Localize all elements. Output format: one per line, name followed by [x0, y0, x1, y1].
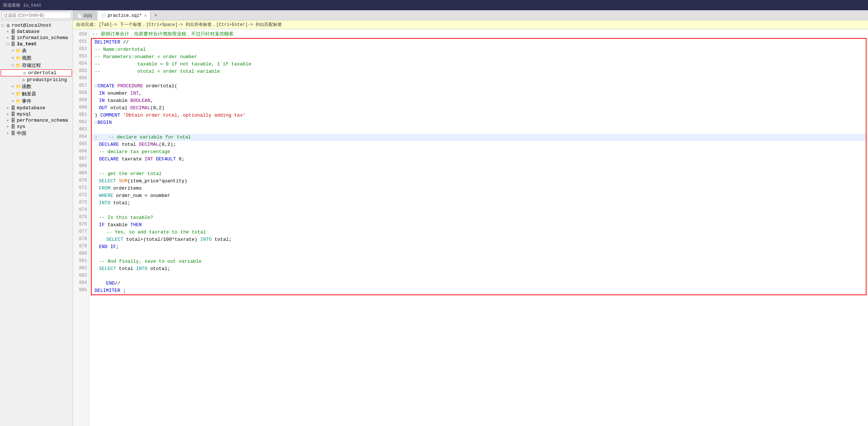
folder-icon: 📁 — [15, 63, 21, 68]
sidebar-item-triggers[interactable]: + 📁 触发器 — [0, 90, 73, 98]
code-line-660: OUT ototal DECIMAL (8,2) — [92, 104, 866, 112]
collapse-662[interactable]: □ — [95, 119, 97, 126]
tree-label: lu_test — [17, 41, 37, 47]
expand-icon[interactable]: + — [5, 36, 10, 40]
line-num-682: 682 — [73, 265, 89, 272]
line-num-670: 670 — [73, 177, 89, 184]
code-line-650: -- 获得订单合计，但若要对合计增加营业税，不过只针对某些顾客 — [89, 31, 868, 38]
expand-icon[interactable]: + — [5, 112, 10, 117]
expand-icon[interactable]: □ — [10, 63, 15, 68]
tab-icon: 📄 — [77, 14, 82, 18]
line-num-663: 663 — [73, 126, 89, 133]
line-num-674: 674 — [73, 206, 89, 213]
line-num-658: 658 — [73, 89, 89, 96]
sidebar-item-tables[interactable]: + 📁 表 — [0, 47, 73, 54]
tree-label: 事件 — [22, 98, 31, 104]
sidebar-item-procedures[interactable]: □ 📁 存储过程 — [0, 62, 73, 69]
code-line-663 — [92, 126, 866, 134]
expand-icon[interactable]: + — [10, 49, 15, 53]
expand-icon[interactable]: + — [10, 92, 15, 96]
expand-icon[interactable]: + — [5, 106, 10, 110]
sidebar: □ 🖥 root@localhost + 🗄 database + 🗄 info… — [0, 10, 73, 426]
tree-label: database — [17, 29, 39, 34]
db-icon: 🗄 — [10, 118, 16, 123]
expand-icon[interactable]: □ — [5, 42, 10, 46]
code-line-654: -- taxable = 0 if not taxable, 1 if taxa… — [92, 61, 866, 68]
expand-icon[interactable]: + — [10, 84, 15, 89]
sidebar-item-functions[interactable]: + 📁 函数 — [0, 83, 73, 90]
sidebar-item-events[interactable]: + 📁 事件 — [0, 98, 73, 105]
code-line-656 — [92, 75, 866, 83]
expand-icon[interactable]: + — [5, 131, 10, 136]
line-num-679: 679 — [73, 243, 89, 250]
code-line-662: □ BEGIN — [92, 119, 866, 126]
expand-icon[interactable]: + — [5, 30, 10, 34]
code-line-667: DECLARE taxrate INT DEFAULT 6; — [92, 156, 866, 163]
line-num-661: 661 — [73, 111, 89, 118]
tree-label: 存储过程 — [22, 62, 41, 69]
line-num-681: 681 — [73, 257, 89, 265]
sidebar-item-information-schema[interactable]: + 🗄 information_schema — [0, 35, 73, 41]
tree-label: 视图 — [22, 55, 31, 61]
sidebar-item-lu-test[interactable]: □ 🗄 lu_test — [0, 41, 73, 47]
tab-label: 问问 — [84, 13, 92, 19]
tree-label: mydatabase — [17, 105, 45, 111]
sidebar-item-productpricing[interactable]: ⚙ productpricing — [0, 77, 73, 83]
tab-wenjian[interactable]: 📄 问问 — [73, 11, 96, 20]
line-num-665: 665 — [73, 140, 89, 148]
code-line-653: -- Parameters:onumber = order number — [92, 53, 866, 61]
expand-icon[interactable]: + — [10, 99, 15, 103]
folder-icon: 📁 — [15, 48, 21, 53]
line-num-655: 655 — [73, 67, 89, 75]
top-bar: 筛选表格 lu_test — [0, 0, 868, 10]
line-num-678: 678 — [73, 235, 89, 243]
proc-icon: ⚙ — [22, 71, 27, 76]
tree-label: information_schema — [17, 35, 68, 41]
code-editor[interactable]: -- 获得订单合计，但若要对合计增加营业税，不过只针对某些顾客 DELIMITE… — [89, 29, 868, 426]
tab-add-button[interactable]: + — [151, 10, 160, 20]
sidebar-item-china[interactable]: + 🗄 中国 — [0, 130, 73, 137]
sidebar-item-views[interactable]: + 📁 视图 — [0, 54, 73, 62]
code-line-672: WHERE order_num = onumber — [92, 192, 866, 199]
tree-label: root@localhost — [12, 23, 51, 28]
line-num-660: 660 — [73, 104, 89, 111]
sidebar-item-root[interactable]: □ 🖥 root@localhost — [0, 22, 73, 28]
folder-icon: 📁 — [15, 91, 21, 96]
sidebar-item-mysql[interactable]: + 🗄 mysql — [0, 111, 73, 117]
folder-icon: 📁 — [15, 84, 21, 89]
sidebar-item-performance-schema[interactable]: + 🗄 performance_schema — [0, 117, 73, 123]
line-num-673: 673 — [73, 199, 89, 206]
code-line-674 — [92, 207, 866, 214]
filter-input[interactable] — [1, 12, 71, 19]
collapse-657[interactable]: □ — [95, 83, 97, 90]
expand-icon[interactable]: + — [5, 118, 10, 123]
sidebar-item-sys[interactable]: + 🗄 sys — [0, 123, 73, 130]
line-num-653: 653 — [73, 53, 89, 60]
code-line-669: -- get the order total — [92, 170, 866, 178]
sidebar-item-database[interactable]: + 🗄 database — [0, 28, 73, 35]
tree-label: performance_schema — [17, 118, 68, 123]
code-line-668 — [92, 163, 866, 170]
code-line-651: DELIMITER // — [92, 39, 866, 46]
line-numbers: 650 651 652 653 654 655 656 657 658 659 … — [73, 29, 89, 426]
line-num-672: 672 — [73, 191, 89, 199]
code-line-677: -- Yes, so add taxrate to the total — [92, 229, 866, 236]
folder-icon: 📁 — [15, 56, 21, 61]
db-icon: 🗄 — [10, 42, 16, 47]
expand-icon[interactable]: + — [10, 56, 15, 60]
db-icon: 🗄 — [10, 29, 16, 34]
code-line-652: -- Name:ordertotal — [92, 46, 866, 53]
expand-icon[interactable]: + — [5, 125, 10, 129]
code-line-664: | -- declare variable for total — [92, 134, 866, 141]
proc-icon: ⚙ — [20, 77, 26, 83]
editor-area[interactable]: 650 651 652 653 654 655 656 657 658 659 … — [73, 29, 868, 426]
tab-practice[interactable]: 📄 practice.sql* ✕ — [97, 11, 150, 20]
expand-icon[interactable]: □ — [0, 23, 5, 28]
tab-close-button[interactable]: ✕ — [144, 13, 147, 18]
line-num-677: 677 — [73, 228, 89, 235]
sidebar-item-ordertotal[interactable]: ⚙ ordertotal — [1, 69, 72, 76]
sidebar-item-mydatabase[interactable]: + 🗄 mydatabase — [0, 105, 73, 111]
line-num-659: 659 — [73, 96, 89, 104]
line-num-676: 676 — [73, 221, 89, 228]
tab-icon: 📄 — [101, 13, 106, 18]
